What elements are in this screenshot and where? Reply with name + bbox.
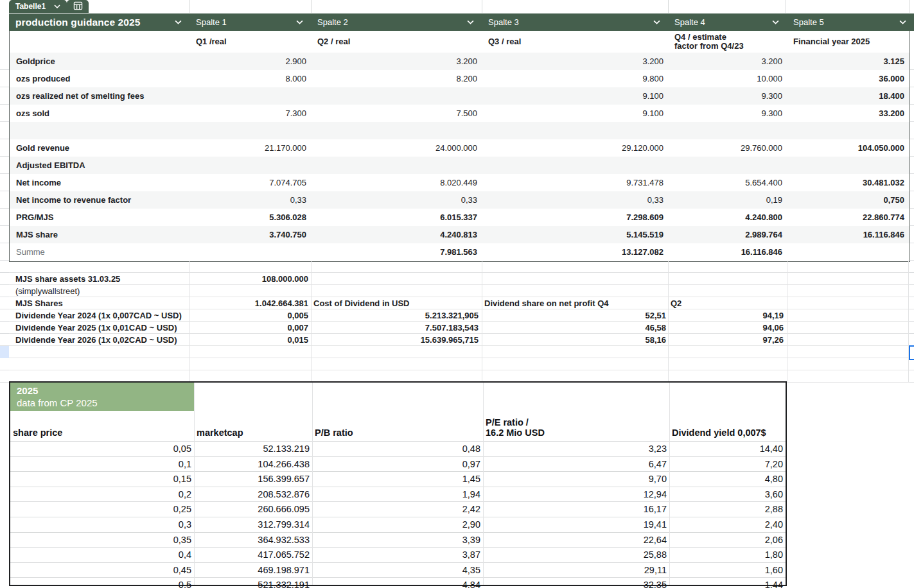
cell-value[interactable]: 4,80 (669, 472, 786, 487)
cell-value[interactable]: 4,84 (312, 578, 483, 588)
chevron-down-icon[interactable] (899, 20, 906, 24)
row-label[interactable]: Adjusted EBITDA (10, 157, 190, 174)
cell-value[interactable]: 260.666.095 (194, 502, 312, 517)
chevron-down-icon[interactable] (467, 20, 474, 24)
cell-value[interactable]: 1,80 (669, 548, 786, 562)
cell-value[interactable]: 5.145.519 (482, 226, 669, 243)
cell-value[interactable]: 29.760.000 (669, 139, 787, 157)
column-header-spalte2[interactable]: Spalte 2 (311, 13, 482, 31)
subheader-blank[interactable] (10, 31, 190, 53)
cell-value[interactable]: 417.065.752 (194, 548, 312, 562)
sheet-tab-tabelle1[interactable]: Tabelle1 (9, 0, 67, 13)
cell-value[interactable]: 3.200 (312, 53, 482, 70)
cell-value[interactable]: 3.125 (787, 53, 910, 70)
subheader-fy[interactable]: Financial year 2025 (787, 31, 910, 53)
cell-value[interactable]: 18.400 (787, 87, 910, 105)
cell-value[interactable]: 2,40 (669, 517, 786, 532)
cell-value[interactable]: 156.399.657 (194, 472, 312, 487)
cell-value[interactable]: 7.507.183,543 (311, 323, 482, 333)
cell-value[interactable]: 0,1 (10, 457, 194, 472)
cell-value[interactable]: 3.740.750 (190, 226, 312, 243)
column-header-spalte3[interactable]: Spalte 3 (482, 13, 668, 31)
cell-value[interactable]: 0,5 (10, 578, 194, 588)
cell-value[interactable]: 7.300 (190, 105, 312, 122)
cell-value[interactable]: 0,750 (787, 191, 910, 209)
cell-value[interactable]: 13.127.082 (482, 243, 669, 261)
cell-value[interactable]: 1,60 (669, 563, 786, 578)
cell-value[interactable]: 9.800 (482, 70, 669, 87)
column-header-spalte4[interactable]: Spalte 4 (668, 13, 787, 31)
cell-value[interactable]: 1.042.664.381 (189, 298, 311, 308)
row-label[interactable]: ozs realized net of smelting fees (10, 87, 190, 105)
subheader-q2[interactable]: Q2 / real (312, 31, 482, 53)
chevron-down-icon[interactable] (772, 20, 779, 24)
cell-value[interactable]: 3.200 (669, 53, 787, 70)
cell-value[interactable]: 6.015.337 (312, 209, 482, 226)
cell-value[interactable]: 0,4 (10, 548, 194, 562)
cell-value[interactable] (312, 122, 482, 139)
column-label-pe-ratio[interactable]: P/E ratio / 16.2 Mio USD (483, 417, 669, 441)
cell-value[interactable]: 52.133.219 (194, 442, 312, 456)
cell-value[interactable]: 104.266.438 (194, 457, 312, 472)
chevron-down-icon[interactable] (653, 20, 660, 24)
cell-value[interactable]: Dividend share on net profit Q4 (482, 298, 668, 308)
row-label[interactable]: MJS Shares (9, 298, 189, 308)
cell-value[interactable]: 9,70 (483, 472, 669, 487)
column-label-dividend-yield[interactable]: Dividend yield 0,007$ (669, 428, 786, 441)
cell-value[interactable]: 9.300 (669, 105, 787, 122)
cell-value[interactable]: 9.100 (482, 105, 669, 122)
cell-value[interactable]: 5.213.321,905 (311, 311, 482, 320)
row-label[interactable]: (simplywallstreet) (9, 286, 189, 296)
cell-value[interactable] (190, 157, 312, 174)
cell-value[interactable]: Cost of Dividend in USD (311, 298, 482, 308)
cell-value[interactable]: 0,2 (10, 487, 194, 502)
cell-value[interactable]: 19,41 (483, 517, 669, 532)
cell-value[interactable]: 30.481.032 (787, 174, 910, 191)
cell-value[interactable]: 0,015 (189, 335, 311, 345)
cell-value[interactable]: 4,35 (312, 563, 483, 578)
cell-value[interactable]: 15.639.965,715 (311, 335, 482, 345)
table-view-button[interactable] (67, 0, 89, 13)
cell-value[interactable]: 1,45 (312, 472, 483, 487)
cell-value[interactable]: 22,64 (483, 533, 669, 548)
cell-value[interactable]: 364.932.533 (194, 533, 312, 548)
cell-value[interactable]: 5.306.028 (190, 209, 312, 226)
row-label[interactable]: MJS share assets 31.03.25 (9, 274, 189, 284)
row-label[interactable] (10, 122, 190, 139)
cell-value[interactable]: 1,44 (669, 578, 786, 588)
row-label[interactable]: PRG/MJS (10, 209, 190, 226)
cell-value[interactable]: 2.989.764 (669, 226, 787, 243)
cell-value[interactable]: 9.731.478 (482, 174, 669, 191)
cell-value[interactable] (190, 122, 312, 139)
column-label-marketcap[interactable]: marketcap (194, 428, 312, 441)
cell-value[interactable]: 0,33 (190, 191, 312, 209)
cell-value[interactable]: 0,33 (482, 191, 669, 209)
cell-value[interactable]: 97,26 (668, 335, 787, 345)
row-label[interactable]: Summe (10, 243, 190, 261)
row-label[interactable]: Dividende Year 2025 (1x 0,01CAD ~ USD) (9, 323, 189, 333)
cell-value[interactable]: 2,42 (312, 502, 483, 517)
valuation-header-cell[interactable]: 2025 data from CP 2025 (10, 383, 194, 411)
cell-value[interactable]: 0,25 (10, 502, 194, 517)
cell-value[interactable] (190, 243, 312, 261)
cell-value[interactable]: 469.198.971 (194, 563, 312, 578)
cell-value[interactable]: 94,19 (668, 311, 787, 320)
cell-value[interactable]: 58,16 (482, 335, 668, 345)
cell-value[interactable]: 312.799.314 (194, 517, 312, 532)
cell-value[interactable]: 22.860.774 (787, 209, 910, 226)
subheader-q1[interactable]: Q1 /real (190, 31, 312, 53)
cell-value[interactable]: 2.900 (190, 53, 312, 70)
cell-value[interactable]: 3,39 (312, 533, 483, 548)
cell-value[interactable]: 108.000.000 (189, 274, 311, 284)
cell-value[interactable]: 16.116.846 (669, 243, 787, 261)
cell-value[interactable] (312, 157, 482, 174)
column-label-share-price[interactable]: share price (10, 428, 194, 441)
column-header-spalte5[interactable]: Spalte 5 (787, 13, 914, 31)
row-label[interactable]: Goldprice (10, 53, 190, 70)
chevron-down-icon[interactable] (54, 4, 60, 8)
cell-value[interactable]: 7.074.705 (190, 174, 312, 191)
cell-value[interactable]: 24.000.000 (312, 139, 482, 157)
cell-value[interactable]: 3,87 (312, 548, 483, 562)
chevron-down-icon[interactable] (175, 20, 182, 24)
cell-value[interactable]: 94,06 (668, 323, 787, 333)
